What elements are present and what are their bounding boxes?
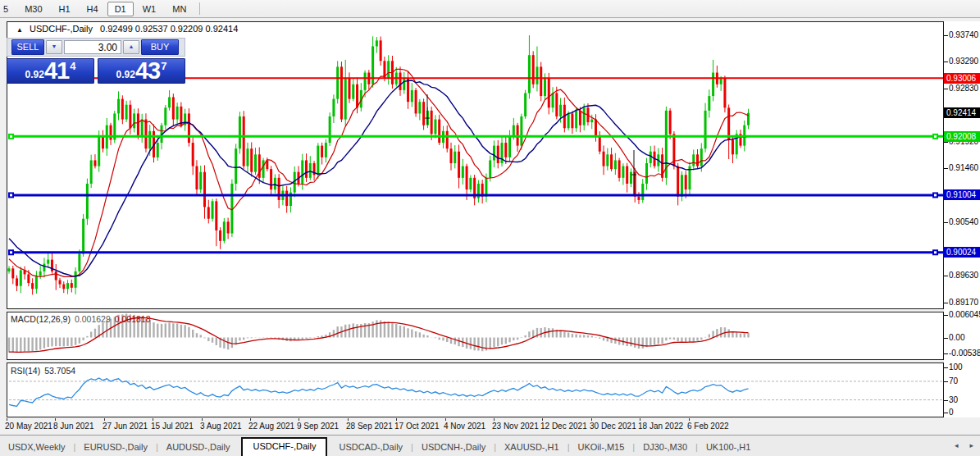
buy-price-prefix: 0.92 [116, 69, 135, 80]
date-tick-mark [250, 418, 251, 421]
buy-price-pip: 7 [161, 60, 166, 72]
buy-button[interactable]: BUY [141, 39, 179, 55]
chart-tab-usdchf-daily[interactable]: USDCHF-,Daily [241, 437, 327, 456]
date-tick-mark [494, 418, 495, 421]
date-label: 15 Jul 2021 [151, 422, 194, 431]
sell-price-box[interactable]: 0.92 41 4 [7, 58, 94, 84]
timeframe-toolbar: 5M30H1H4D1W1MN [0, 0, 980, 18]
tab-scroll-right-icon[interactable]: ▸ [969, 441, 973, 449]
sell-price-pip: 4 [70, 60, 75, 72]
date-label: 18 Jan 2022 [638, 422, 683, 431]
rsi-value: 53.7054 [44, 366, 75, 376]
date-tick-mark [396, 418, 397, 421]
date-tick-mark [153, 418, 153, 421]
chart-tab-usdcnh-daily[interactable]: USDCNH-,Daily [413, 439, 494, 456]
chart-tab-audusd-daily[interactable]: AUDUSD-,Daily [158, 439, 239, 456]
date-label: 12 Dec 2021 [540, 422, 587, 431]
date-tick-mark [640, 418, 640, 421]
date-tick-mark [104, 418, 105, 421]
date-label: 23 Nov 2021 [492, 422, 539, 431]
date-tick-mark [591, 418, 592, 421]
sell-price-main: 41 [44, 60, 69, 82]
date-tick-mark [7, 418, 7, 421]
macd-indicator-label: MACD(12,26,9)0.0016290.001818 [11, 314, 151, 324]
timeframe-button-5[interactable]: 5 [1, 2, 16, 16]
timeframe-button-w1[interactable]: W1 [135, 2, 164, 16]
sell-price-prefix: 0.92 [25, 69, 44, 80]
timeframe-button-h4[interactable]: H4 [80, 2, 106, 16]
chart-tab-uk100-h1[interactable]: UK100-,H1 [698, 439, 759, 456]
timeframe-button-h1[interactable]: H1 [52, 2, 78, 16]
volume-decrease-button[interactable]: ▼ [46, 40, 62, 54]
sell-button[interactable]: SELL [11, 39, 44, 55]
date-tick-mark [542, 418, 543, 421]
date-tick-mark [348, 418, 349, 421]
date-tick-mark [299, 418, 299, 421]
date-label: 20 May 2021 [5, 422, 52, 431]
date-tick-mark [55, 418, 56, 421]
chart-symbol-label: USDCHF-,Daily [30, 24, 93, 34]
rsi-panel[interactable] [7, 363, 944, 417]
date-tick-mark [689, 418, 690, 421]
date-tick-mark [202, 418, 203, 421]
date-label: 6 Feb 2022 [687, 422, 729, 431]
date-label: 27 Jun 2021 [103, 422, 148, 431]
date-label: 22 Aug 2021 [248, 422, 294, 431]
collapse-panel-icon[interactable]: ▲ [16, 26, 23, 34]
volume-increase-button[interactable]: ▲ [123, 40, 139, 54]
timeframe-button-d1[interactable]: D1 [107, 2, 134, 16]
tab-scroll-buttons: ◂ ▸ [955, 441, 973, 449]
trade-controls-row: SELL ▼ ▲ BUY [7, 38, 185, 57]
date-label: 30 Dec 2021 [590, 422, 636, 431]
date-tick-mark [445, 418, 446, 421]
chart-tab-ukoil-m15[interactable]: UKOil-,M15 [570, 439, 633, 456]
date-label: 9 Sep 2021 [297, 422, 339, 431]
date-label: 3 Aug 2021 [200, 422, 242, 431]
timeframe-button-mn[interactable]: MN [165, 2, 194, 16]
chart-tab-xauusd-h1[interactable]: XAUUSD-,H1 [496, 439, 567, 456]
date-label: 8 Jun 2021 [53, 422, 94, 431]
toolbar-separator [199, 2, 200, 15]
chart-tab-usdx-weekly[interactable]: USDX,Weekly [0, 439, 73, 456]
rsi-indicator-label: RSI(14)53.7054 [11, 366, 75, 376]
price-axis-background [944, 21, 980, 417]
buy-price-main: 43 [135, 60, 160, 82]
rsi-chart[interactable] [7, 363, 943, 417]
one-click-trading-panel: SELL ▼ ▲ BUY 0.92 41 4 0.92 43 7 [7, 38, 185, 84]
chart-ohlc-values: 0.92499 0.92537 0.92209 0.92414 [100, 24, 238, 34]
chart-tab-dj30-m30[interactable]: DJ30-,M30 [635, 439, 695, 456]
date-label: 4 Nov 2021 [444, 422, 485, 431]
volume-input[interactable] [64, 40, 121, 54]
chart-tabs-bar: USDX,Weekly|EURUSD-,Daily|AUDUSD-,DailyU… [0, 435, 980, 456]
chart-tab-eurusd-daily[interactable]: EURUSD-,Daily [75, 439, 156, 456]
timeframe-button-m30[interactable]: M30 [17, 2, 49, 16]
date-label: 28 Sep 2021 [346, 422, 393, 431]
chart-title: ▲ USDCHF-,Daily 0.92499 0.92537 0.92209 … [16, 24, 238, 34]
buy-price-box[interactable]: 0.92 43 7 [98, 58, 185, 84]
macd-main-value: 0.001629 [75, 314, 111, 324]
mt4-terminal: { "toolbar": { "timeframes": ["5", "M30"… [0, 0, 980, 456]
macd-signal-value: 0.001818 [115, 314, 151, 324]
date-label: 17 Oct 2021 [394, 422, 439, 431]
tab-scroll-left-icon[interactable]: ◂ [955, 441, 959, 449]
trade-prices-row: 0.92 41 4 0.92 43 7 [7, 58, 185, 84]
chart-tab-usdcad-daily[interactable]: USDCAD-,Daily [330, 439, 411, 456]
date-axis[interactable]: 20 May 20218 Jun 202127 Jun 202115 Jul 2… [0, 418, 980, 435]
